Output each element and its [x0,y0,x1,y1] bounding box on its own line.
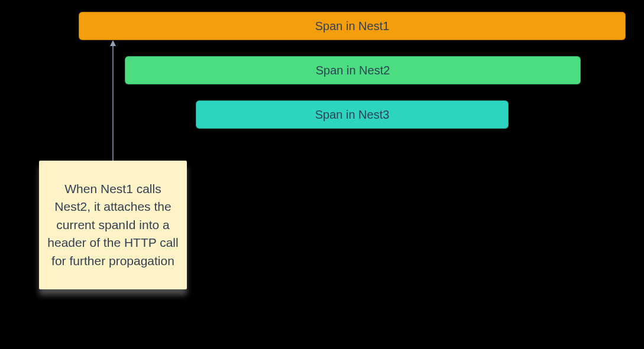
svg-marker-1 [110,40,116,46]
callout-note: When Nest1 calls Nest2, it attaches the … [39,161,187,289]
span-bar-nest2: Span in Nest2 [125,56,581,84]
span-bar-nest3: Span in Nest3 [196,100,509,129]
span-bar-nest1: Span in Nest1 [79,12,626,40]
span-label-nest3: Span in Nest3 [315,108,390,122]
span-label-nest1: Span in Nest1 [315,19,390,33]
arrow-icon [110,40,116,161]
span-label-nest2: Span in Nest2 [316,64,390,77]
callout-note-text: When Nest1 calls Nest2, it attaches the … [47,180,179,270]
